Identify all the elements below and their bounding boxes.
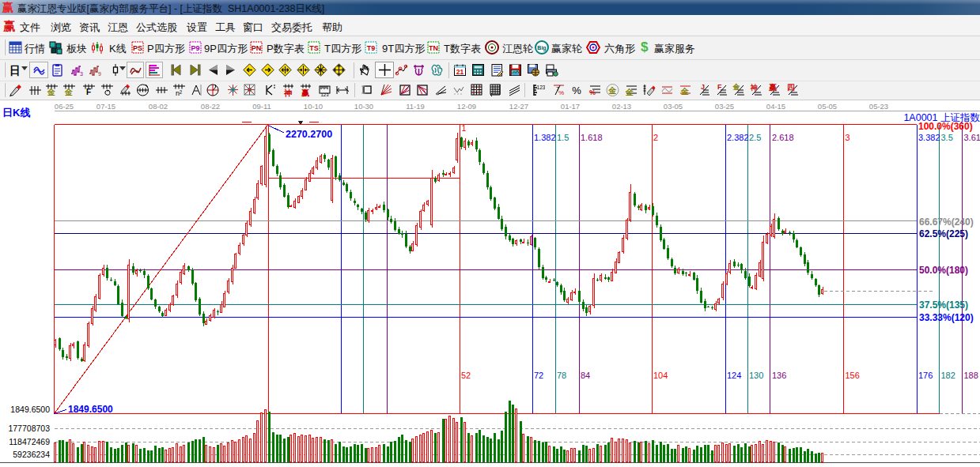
- svg-text:Big: Big: [537, 45, 546, 51]
- svg-text:TS: TS: [309, 44, 319, 52]
- svg-text:72: 72: [534, 371, 543, 380]
- svg-text:10-30: 10-30: [354, 102, 373, 111]
- svg-text:1849.6500: 1849.6500: [68, 404, 113, 415]
- svg-text:08-22: 08-22: [201, 102, 220, 111]
- svg-text:177708703: 177708703: [8, 424, 50, 433]
- svg-text:四: 四: [787, 83, 795, 92]
- svg-text:136: 136: [772, 371, 786, 380]
- svg-text:T9: T9: [367, 44, 376, 52]
- svg-text:金: 金: [680, 87, 689, 96]
- svg-text:1A0001 上证指数: 1A0001 上证指数: [903, 112, 980, 123]
- svg-text:F: F: [86, 88, 91, 96]
- svg-text:PS: PS: [133, 44, 142, 52]
- svg-text:10-10: 10-10: [304, 102, 323, 111]
- svg-text:2.618: 2.618: [772, 133, 794, 142]
- svg-text:02-13: 02-13: [612, 102, 631, 111]
- svg-text:金: 金: [625, 88, 634, 96]
- svg-text:金: 金: [64, 88, 73, 96]
- svg-text:07-15: 07-15: [96, 102, 115, 111]
- svg-text:赢: 赢: [301, 89, 309, 97]
- svg-text:188: 188: [964, 371, 978, 380]
- svg-text:%: %: [589, 89, 596, 96]
- svg-text:1: 1: [462, 123, 467, 133]
- svg-text:05-23: 05-23: [869, 102, 888, 111]
- svg-text:F: F: [717, 83, 722, 91]
- svg-text:1.382: 1.382: [534, 133, 556, 142]
- svg-text:J: J: [701, 83, 705, 91]
- svg-text:3: 3: [80, 71, 83, 77]
- svg-text:2270.2700: 2270.2700: [286, 129, 332, 140]
- svg-text:78: 78: [557, 371, 566, 380]
- svg-text:2.5: 2.5: [749, 133, 761, 142]
- svg-text:9: 9: [98, 71, 101, 77]
- svg-text:03-05: 03-05: [664, 102, 683, 111]
- svg-text:118472469: 118472469: [9, 437, 50, 446]
- svg-text:33.33%(120): 33.33%(120): [919, 312, 974, 323]
- svg-text:04-15: 04-15: [766, 102, 785, 111]
- svg-text:%: %: [558, 89, 564, 96]
- svg-text:金: 金: [732, 83, 741, 91]
- svg-text:12-09: 12-09: [457, 102, 476, 111]
- svg-text:84: 84: [581, 371, 590, 380]
- svg-text:123: 123: [537, 85, 545, 90]
- svg-text:金: 金: [47, 88, 55, 96]
- svg-text:59236234: 59236234: [13, 450, 50, 459]
- svg-text:3: 3: [846, 133, 850, 142]
- svg-text:09-11: 09-11: [252, 102, 271, 111]
- svg-text:182: 182: [941, 371, 955, 380]
- svg-text:1.618: 1.618: [581, 133, 603, 142]
- svg-text:3.618: 3.618: [964, 133, 980, 142]
- svg-text:37.5%(135): 37.5%(135): [919, 299, 968, 311]
- svg-text:176: 176: [918, 371, 933, 380]
- svg-text:3.382: 3.382: [918, 133, 940, 142]
- svg-text:11-19: 11-19: [406, 102, 425, 111]
- svg-text:日K线: 日K线: [2, 107, 30, 119]
- svg-text:TN: TN: [429, 44, 438, 52]
- svg-text:156: 156: [846, 371, 860, 380]
- svg-text:赢: 赢: [768, 83, 777, 92]
- svg-text:1.5: 1.5: [557, 133, 569, 142]
- svg-text:%: %: [572, 85, 581, 96]
- svg-text:62.5%(225): 62.5%(225): [919, 228, 968, 239]
- svg-text:12-27: 12-27: [509, 102, 528, 111]
- svg-text:05-05: 05-05: [818, 102, 837, 111]
- svg-text:01-17: 01-17: [561, 102, 580, 111]
- svg-text:神: 神: [750, 84, 758, 92]
- svg-text:123: 123: [320, 92, 329, 97]
- svg-text:66.67%(240): 66.67%(240): [919, 217, 974, 228]
- svg-text:52: 52: [461, 371, 471, 380]
- svg-text:06-25: 06-25: [55, 102, 74, 111]
- svg-text:104: 104: [653, 371, 668, 380]
- svg-text:PN: PN: [252, 44, 262, 52]
- svg-text:1849.6500: 1849.6500: [10, 405, 50, 414]
- svg-text:124: 124: [727, 371, 741, 380]
- svg-text:08-02: 08-02: [149, 102, 168, 111]
- svg-text:03-25: 03-25: [715, 102, 734, 111]
- svg-text:2: 2: [653, 133, 658, 142]
- svg-text:3.5: 3.5: [941, 133, 953, 142]
- svg-text:130: 130: [749, 371, 763, 380]
- svg-text:50.0%(180): 50.0%(180): [919, 265, 968, 276]
- svg-text:P9: P9: [191, 44, 199, 52]
- svg-text:2.382: 2.382: [727, 133, 749, 142]
- svg-text:n²: n²: [176, 89, 182, 97]
- svg-text:神: 神: [283, 89, 292, 97]
- svg-text:21: 21: [456, 68, 464, 76]
- svg-text:金: 金: [608, 86, 617, 95]
